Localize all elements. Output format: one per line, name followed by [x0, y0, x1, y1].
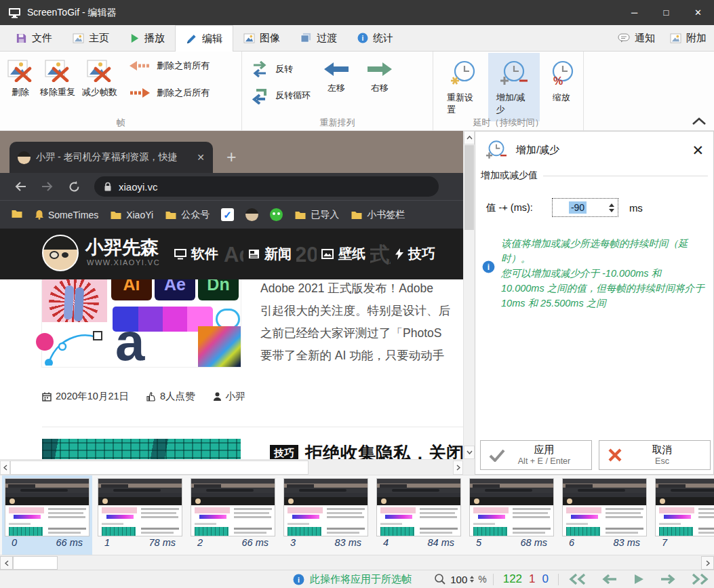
- yoyo-button[interactable]: 反转循环: [246, 84, 315, 107]
- tab-image[interactable]: 图像: [233, 25, 290, 51]
- delete-all-before-button[interactable]: 删除之前所有: [125, 57, 214, 75]
- spinner-down-icon[interactable]: [609, 209, 614, 212]
- cancel-button[interactable]: 取消 Esc: [599, 440, 711, 470]
- zoom-up-icon[interactable]: [470, 576, 474, 579]
- info-paragraph-1: 该值将增加或减少所选每帧的持续时间（延时）。: [501, 236, 705, 266]
- close-button[interactable]: ✕: [682, 0, 714, 25]
- panel-close-icon[interactable]: ✕: [692, 143, 704, 157]
- mini-color-strip: [664, 515, 691, 519]
- collapse-ribbon-button[interactable]: [691, 117, 707, 129]
- article-divider: [42, 427, 463, 427]
- zoom-down-icon[interactable]: [470, 580, 474, 583]
- first-frame-button[interactable]: [569, 573, 587, 585]
- tab-file[interactable]: 文件: [5, 25, 62, 51]
- nav-news: 新闻: [243, 242, 296, 266]
- tab-transition[interactable]: 过渡: [290, 25, 347, 51]
- timeline-frame[interactable]: 6 83 ms: [559, 475, 650, 555]
- bookmark-sometimes: SomeTimes: [35, 210, 98, 220]
- value-spinner[interactable]: [606, 203, 618, 212]
- tab-statistics[interactable]: i 统计: [347, 25, 403, 51]
- tab-play[interactable]: 播放: [119, 25, 175, 51]
- timeline-scrollbar[interactable]: [0, 555, 714, 570]
- scroll-right-icon[interactable]: [453, 460, 463, 475]
- value-input[interactable]: -90: [552, 198, 618, 217]
- timeline-frame[interactable]: 1 78 ms: [95, 475, 185, 555]
- timeline-frame[interactable]: 7 8: [652, 475, 714, 555]
- next-frame-button[interactable]: [660, 573, 676, 585]
- panel-header: 增加/减少 ✕: [475, 132, 713, 163]
- mini-meta-line: [380, 523, 402, 525]
- move-left-button[interactable]: 左移: [315, 54, 358, 107]
- scale-delay-button[interactable]: % 缩放: [540, 53, 583, 121]
- collage-letter: a: [115, 317, 144, 367]
- browser-tab-title: 小羿 - 老司机分享福利资源，快捷: [36, 151, 177, 163]
- favicon-avatar-icon: [18, 151, 31, 164]
- image-icon: [321, 249, 334, 259]
- frame-preview[interactable]: 小羿 - 老司机分享福利资源，快捷 ✕ + xiaoyi.vc SomeTime…: [0, 131, 463, 459]
- layers-icon: [300, 33, 312, 43]
- preview-horizontal-scrollbar[interactable]: [0, 459, 463, 475]
- delete-button[interactable]: 删除: [4, 56, 37, 102]
- increase-decrease-button[interactable]: 增加/减少: [488, 53, 540, 121]
- timeline-frame[interactable]: 2 66 ms: [188, 475, 278, 555]
- move-right-button[interactable]: 右移: [358, 54, 401, 107]
- last-frame-button[interactable]: [691, 573, 709, 585]
- zoom-spinner[interactable]: [470, 576, 474, 583]
- timeline-frame[interactable]: 5 68 ms: [467, 475, 557, 555]
- frame-thumbnail: [562, 478, 647, 536]
- frame-index: 1: [104, 537, 110, 548]
- scroll-left-icon[interactable]: [0, 460, 10, 475]
- timeline-scroll-thumb[interactable]: [13, 556, 58, 570]
- tab-attachments[interactable]: 附加: [662, 25, 714, 51]
- article2-image: [42, 439, 241, 459]
- zoom-value[interactable]: 100: [450, 574, 467, 585]
- tab-close-icon: ✕: [197, 152, 205, 163]
- mini-text-line: [420, 528, 458, 530]
- timeline-scroll-left-icon[interactable]: [0, 556, 13, 570]
- mini-text-line: [513, 532, 545, 534]
- apply-button[interactable]: 应用 Alt + E / Enter: [480, 440, 592, 470]
- article2-headline: 技巧 拒绝收集隐私，关闭: [270, 442, 463, 459]
- scroll-down-icon[interactable]: [464, 446, 475, 459]
- maximize-button[interactable]: □: [650, 0, 682, 25]
- reverse-button[interactable]: 反转: [246, 57, 315, 81]
- mini-text-line: [48, 512, 83, 514]
- timeline-frame[interactable]: 0 66 ms: [2, 475, 92, 555]
- preview-vertical-scrollbar[interactable]: [463, 131, 475, 459]
- tab-edit[interactable]: 编辑: [175, 25, 233, 52]
- previous-frame-button[interactable]: [601, 573, 618, 585]
- browser-tab-strip: 小羿 - 老司机分享福利资源，快捷 ✕ +: [0, 131, 463, 173]
- reset-delay-button[interactable]: 重新设置: [439, 53, 488, 121]
- reduce-frames-button[interactable]: 减少帧数: [79, 56, 121, 102]
- mini-site-header: [377, 497, 460, 505]
- value-row: 值 -+ (ms): -90 ms: [486, 198, 713, 217]
- vertical-scroll-thumb[interactable]: [464, 145, 474, 230]
- mini-article-image: [287, 507, 323, 521]
- bookmark-avatar-icon: [245, 208, 258, 221]
- frame-index: 6: [569, 537, 574, 548]
- article-image: Ai Ae Dn a: [42, 268, 241, 367]
- tab-home[interactable]: 主页: [62, 25, 119, 51]
- mini-color-strip: [14, 515, 41, 519]
- mini-teal-image: [287, 527, 321, 536]
- bell-icon: [35, 210, 44, 220]
- spinner-up-icon[interactable]: [609, 203, 614, 207]
- minimize-button[interactable]: ─: [618, 0, 650, 25]
- mini-text-line: [234, 528, 272, 530]
- remove-duplicates-button[interactable]: 移除重复: [37, 56, 79, 102]
- mini-teal-image: [380, 527, 414, 536]
- timeline-scroll-right-icon[interactable]: [701, 556, 714, 570]
- timeline-frame[interactable]: 3 83 ms: [281, 475, 371, 555]
- horizontal-scroll-thumb[interactable]: [10, 460, 309, 475]
- tab-notifications[interactable]: 通知: [610, 25, 662, 51]
- cancel-label: 取消: [652, 444, 673, 456]
- play-button[interactable]: [633, 573, 645, 585]
- frame-index: 2: [197, 537, 203, 548]
- section-divider: [543, 176, 708, 176]
- delete-all-after-button[interactable]: 删除之后所有: [125, 84, 214, 102]
- timeline: 0 66 ms: [0, 475, 714, 555]
- mini-site-logo: [195, 498, 201, 504]
- nav-tips: 技巧: [391, 242, 440, 266]
- timeline-frame[interactable]: 4 84 ms: [374, 475, 464, 555]
- scroll-up-icon[interactable]: [464, 131, 475, 144]
